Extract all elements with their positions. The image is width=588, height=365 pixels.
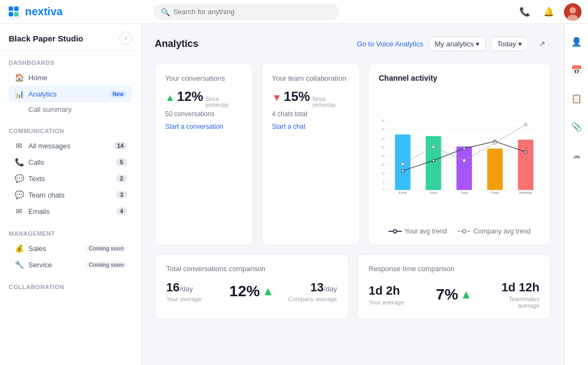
sidebar-item-sales[interactable]: 💰 Sales Coming soon bbox=[9, 240, 132, 256]
chart-title: Channel activity bbox=[379, 74, 541, 82]
sidebar-collapse-btn[interactable]: ‹ bbox=[119, 32, 132, 45]
svg-rect-4 bbox=[14, 12, 19, 16]
sidebar-item-calls[interactable]: 📞 Calls 5 bbox=[9, 154, 132, 170]
sidebar-item-analytics[interactable]: 📊 Analytics New bbox=[9, 86, 132, 102]
sidebar-item-team-chats[interactable]: 💬 Team chats 3 bbox=[9, 187, 132, 203]
cloud-icon-btn[interactable]: ☁ bbox=[568, 146, 585, 164]
search-icon: 🔍 bbox=[161, 8, 170, 16]
total-conv-title: Total conversations comparison bbox=[166, 265, 337, 273]
home-label: Home bbox=[28, 74, 127, 82]
trend-dot-2 bbox=[432, 159, 435, 162]
right-panel: 👤 📅 📋 📎 ☁ bbox=[564, 24, 588, 365]
conversations-card-title: Your conversations bbox=[165, 74, 243, 83]
workspace-title: Black Paper Studio bbox=[9, 34, 83, 43]
response-time-teammates-avg: 1d 12h bbox=[486, 280, 539, 295]
company-trend-dot-1 bbox=[402, 163, 404, 165]
sidebar-header: Black Paper Studio ‹ bbox=[0, 24, 141, 51]
svg-rect-3 bbox=[9, 12, 13, 16]
trend-dot-5 bbox=[524, 151, 527, 153]
texts-icon: 💬 bbox=[14, 174, 24, 183]
voice-analytics-link[interactable]: Go to Voice Analytics bbox=[357, 40, 423, 48]
svg-point-34 bbox=[463, 230, 466, 233]
sidebar-item-emails[interactable]: ✉ Emails 4 bbox=[9, 203, 132, 219]
bottom-cards: Total conversations comparison 16/day Yo… bbox=[155, 254, 551, 319]
svg-rect-2 bbox=[14, 7, 19, 11]
channel-activity-card: Channel activity 40 35 30 25 20 15 10 5 … bbox=[368, 63, 551, 246]
phone-icon-btn[interactable]: 📞 bbox=[516, 3, 534, 21]
collaboration-since: Sinceyesterday bbox=[312, 96, 336, 108]
collaboration-arrow-down: ▼ bbox=[272, 92, 282, 104]
sidebar-item-call-summary[interactable]: Call summary bbox=[9, 102, 132, 117]
start-chat-link[interactable]: Start a chat bbox=[272, 123, 305, 130]
svg-point-6 bbox=[569, 7, 576, 14]
response-time-row: 1d 2h Your average 7% ▲ 1d 12h Teammates… bbox=[369, 280, 540, 309]
start-conversation-link[interactable]: Start a conversation bbox=[165, 123, 223, 130]
conversations-since: Sinceyesterday bbox=[205, 96, 229, 108]
conversations-card: Your conversations ▲ 12% Sinceyesterday … bbox=[155, 63, 253, 246]
sidebar-item-texts[interactable]: 💬 Texts 2 bbox=[9, 170, 132, 187]
service-label: Service bbox=[28, 261, 79, 269]
sidebar-item-home[interactable]: 🏠 Home bbox=[9, 69, 132, 86]
sidebar-item-all-messages[interactable]: ✉ All messages 14 bbox=[9, 137, 132, 154]
logo-text: nextiva bbox=[25, 5, 63, 18]
texts-badge: 2 bbox=[116, 175, 127, 182]
collaboration-count: 4 chats total bbox=[272, 110, 349, 118]
search-input[interactable] bbox=[173, 8, 332, 16]
calendar-icon-btn[interactable]: 📅 bbox=[568, 61, 585, 79]
collaboration-label: Collaboration bbox=[9, 284, 132, 290]
legend-company-avg: Company avg trend bbox=[458, 228, 531, 235]
response-time-your-label: Your average bbox=[369, 299, 422, 306]
my-analytics-dropdown[interactable]: My analytics ▾ bbox=[429, 37, 486, 51]
sidebar: Black Paper Studio ‹ Dashboards 🏠 Home 📊… bbox=[0, 24, 142, 365]
svg-text:20: 20 bbox=[381, 154, 385, 158]
svg-text:Texts: Texts bbox=[460, 191, 468, 194]
tasks-icon-btn[interactable]: 📋 bbox=[568, 89, 585, 107]
home-icon: 🏠 bbox=[14, 73, 24, 82]
legend-your-avg: Your avg trend bbox=[389, 228, 447, 235]
avatar[interactable] bbox=[564, 3, 581, 21]
logo[interactable]: nextiva bbox=[7, 4, 63, 20]
user-icon-btn[interactable]: 👤 bbox=[568, 33, 585, 50]
communication-label: Communication bbox=[9, 128, 132, 134]
response-time-arrow: ▲ bbox=[460, 288, 472, 302]
company-trend-dot-4 bbox=[494, 142, 496, 145]
svg-text:40: 40 bbox=[381, 119, 385, 122]
response-time-your-avg: 1d 2h bbox=[369, 284, 422, 298]
bar-email bbox=[395, 135, 411, 190]
response-time-teammates-label: Teammates average bbox=[486, 296, 539, 309]
total-conv-arrow: ▲ bbox=[262, 284, 274, 298]
cards-row: Your conversations ▲ 12% Sinceyesterday … bbox=[155, 63, 551, 246]
company-trend-dot-3 bbox=[463, 159, 465, 162]
today-dropdown[interactable]: Today ▾ bbox=[491, 37, 528, 51]
response-time-percent: 7% bbox=[436, 286, 458, 303]
sales-icon: 💰 bbox=[14, 244, 24, 253]
total-conv-your-label: Your average bbox=[166, 296, 220, 302]
layout: Black Paper Studio ‹ Dashboards 🏠 Home 📊… bbox=[0, 0, 588, 365]
total-conversations-card: Total conversations comparison 16/day Yo… bbox=[155, 254, 349, 319]
collaboration-section: Collaboration bbox=[0, 275, 141, 296]
total-conv-percent: 12% bbox=[229, 283, 260, 300]
page-title: Analytics bbox=[155, 38, 198, 50]
bell-icon-btn[interactable]: 🔔 bbox=[540, 3, 557, 21]
svg-rect-0 bbox=[7, 4, 22, 20]
trend-dot-1 bbox=[402, 170, 404, 172]
page-header: Analytics Go to Voice Analytics My analy… bbox=[155, 35, 551, 52]
clip-icon-btn[interactable]: 📎 bbox=[568, 118, 585, 135]
communication-section: Communication ✉ All messages 14 📞 Calls … bbox=[0, 119, 141, 222]
svg-text:10: 10 bbox=[381, 172, 385, 175]
svg-text:30: 30 bbox=[381, 137, 385, 140]
share-btn[interactable]: ↗ bbox=[534, 35, 551, 52]
team-chats-icon: 💬 bbox=[14, 190, 24, 199]
bar-texts bbox=[457, 147, 472, 190]
header-actions: Go to Voice Analytics My analytics ▾ Tod… bbox=[357, 35, 551, 52]
bar-chart-container: 40 35 30 25 20 15 10 5 0 bbox=[379, 91, 541, 222]
bar-voice bbox=[426, 136, 441, 190]
collaboration-card: Your team collaboration ▼ 15% Sinceyeste… bbox=[262, 63, 360, 246]
search-bar[interactable]: 🔍 bbox=[154, 4, 339, 20]
calls-icon: 📞 bbox=[14, 158, 24, 166]
sidebar-item-service[interactable]: 🔧 Service Coming soon bbox=[9, 256, 132, 273]
chevron-down-icon-2: ▾ bbox=[518, 40, 522, 48]
svg-text:Email: Email bbox=[399, 191, 407, 194]
chart-legend: Your avg trend Company avg trend bbox=[379, 228, 541, 235]
response-time-card: Response time comparison 1d 2h Your aver… bbox=[357, 254, 551, 319]
